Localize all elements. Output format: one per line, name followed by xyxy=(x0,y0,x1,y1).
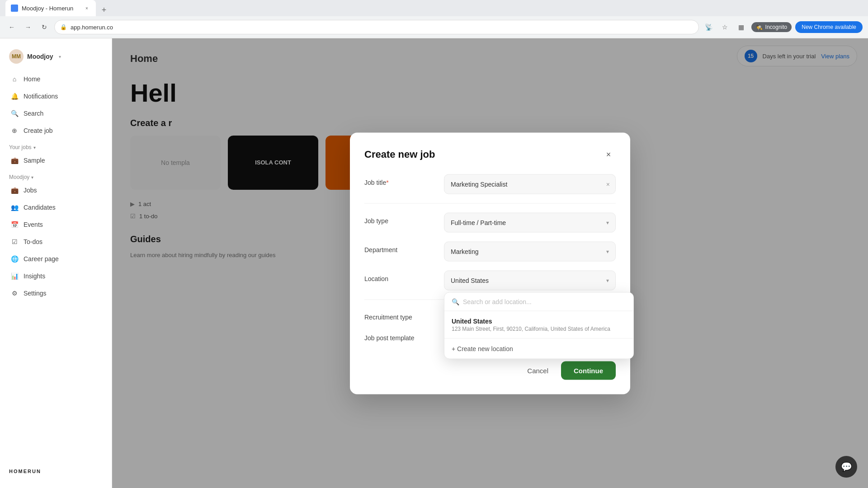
briefcase-icon: 💼 xyxy=(10,186,19,195)
home-icon: ⌂ xyxy=(10,75,19,84)
top-nav: ⌂ Home 🔔 Notifications 🔍 Search ⊕ Create… xyxy=(0,71,112,139)
bell-icon: 🔔 xyxy=(10,92,19,101)
department-value: Marketing xyxy=(451,248,478,255)
sidebar-item-settings[interactable]: ⚙ Settings xyxy=(5,285,106,301)
job-title-row: Job title* × xyxy=(364,174,616,194)
company-header[interactable]: MM Moodjoy ▾ xyxy=(0,46,112,71)
modal-title: Create new job xyxy=(364,149,435,160)
incognito-badge: 🕵 Incognito xyxy=(751,22,792,32)
chrome-available-button[interactable]: New Chrome available xyxy=(795,21,863,33)
chevron-down-icon: ▾ xyxy=(606,249,609,255)
divider-1 xyxy=(364,203,616,204)
search-icon: 🔍 xyxy=(10,109,19,118)
location-option-name: United States xyxy=(452,318,626,325)
job-type-select[interactable]: Full-time / Part-time ▾ xyxy=(444,213,616,233)
modal-footer: Cancel Continue xyxy=(364,361,616,380)
chevron-down-icon: ▾ xyxy=(59,54,61,59)
sidebar-item-career-page-label: Career page xyxy=(24,255,59,263)
calendar-icon: 📅 xyxy=(10,220,19,229)
globe-icon: 🌐 xyxy=(10,254,19,263)
department-select[interactable]: Marketing ▾ xyxy=(444,242,616,262)
sidebar-item-events[interactable]: 📅 Events xyxy=(5,216,106,233)
department-control: Marketing ▾ xyxy=(444,242,616,262)
check-square-icon: ☑ xyxy=(10,237,19,246)
bookmark-button[interactable]: ☆ xyxy=(719,21,731,33)
sidebar-item-jobs[interactable]: 💼 Jobs xyxy=(5,182,106,198)
create-new-location-button[interactable]: + Create new location xyxy=(444,338,633,359)
sidebar-item-sample[interactable]: 💼 Sample xyxy=(5,152,106,169)
location-value: United States xyxy=(451,277,489,284)
sidebar-item-home[interactable]: ⌂ Home xyxy=(5,71,106,87)
sidebar-item-create-job-label: Create job xyxy=(24,127,53,134)
incognito-icon: 🕵 xyxy=(756,24,763,30)
modal-close-button[interactable]: × xyxy=(601,147,616,162)
recruitment-type-label: Recruitment type xyxy=(364,309,437,321)
url-display: app.homerun.co xyxy=(71,24,113,31)
sidebar-item-search[interactable]: 🔍 Search xyxy=(5,105,106,122)
job-title-input[interactable] xyxy=(451,181,609,188)
location-option-address: 123 Main Street, First, 90210, Californi… xyxy=(452,326,626,332)
location-search-input[interactable] xyxy=(463,298,626,305)
sidebar-item-todos[interactable]: ☑ To-dos xyxy=(5,234,106,250)
job-type-value: Full-time / Part-time xyxy=(451,219,506,226)
sidebar-item-events-label: Events xyxy=(24,221,43,228)
plus-circle-icon: ⊕ xyxy=(10,126,19,135)
tab-close-button[interactable]: × xyxy=(83,5,90,12)
create-job-modal: Create new job × Job title* × Job type xyxy=(350,133,630,394)
job-title-input-wrapper: × xyxy=(444,174,616,194)
sidebar-item-notifications[interactable]: 🔔 Notifications xyxy=(5,88,106,104)
main-content: 15 Days left in your trial View plans Ho… xyxy=(112,38,868,488)
chevron-down-icon: ▾ xyxy=(606,220,609,226)
location-search-bar: 🔍 xyxy=(444,293,633,311)
job-title-control: × xyxy=(444,174,616,194)
sidebar-item-home-label: Home xyxy=(24,75,40,83)
chat-bubble-button[interactable]: 💬 xyxy=(835,456,857,478)
location-select[interactable]: United States ▾ xyxy=(444,271,616,291)
tab-favicon xyxy=(11,5,18,12)
cast-button[interactable]: 📡 xyxy=(703,21,715,33)
sidebar-item-sample-label: Sample xyxy=(24,157,45,164)
address-bar[interactable]: 🔒 app.homerun.co xyxy=(54,20,699,34)
continue-button[interactable]: Continue xyxy=(561,361,616,380)
job-type-row: Job type Full-time / Part-time ▾ xyxy=(364,213,616,233)
sidebar-item-todos-label: To-dos xyxy=(24,238,42,245)
back-button[interactable]: ← xyxy=(5,21,18,33)
sidebar-item-settings-label: Settings xyxy=(24,290,47,297)
chevron-down-icon: ▾ xyxy=(33,145,36,150)
bottom-nav: 💼 Jobs 👥 Candidates 📅 Events ☑ To-dos 🌐 … xyxy=(0,182,112,301)
department-label: Department xyxy=(364,242,437,253)
cancel-button[interactable]: Cancel xyxy=(520,362,556,379)
users-icon: 👥 xyxy=(10,203,19,212)
modal-header: Create new job × xyxy=(364,147,616,162)
location-control: United States ▾ 🔍 United States 123 Main… xyxy=(444,271,616,291)
sidebar-item-candidates-label: Candidates xyxy=(24,204,56,211)
reload-button[interactable]: ↻ xyxy=(38,21,51,33)
sidebar-item-career-page[interactable]: 🌐 Career page xyxy=(5,251,106,267)
create-location-label: + Create new location xyxy=(452,345,513,352)
forward-button[interactable]: → xyxy=(22,21,34,33)
moodjoy-section: Moodjoy ▾ xyxy=(0,169,112,182)
avatar: MM xyxy=(9,49,24,64)
sidebar-item-insights-label: Insights xyxy=(24,272,45,280)
location-option-us[interactable]: United States 123 Main Street, First, 90… xyxy=(444,311,633,338)
sidebar-item-create-job[interactable]: ⊕ Create job xyxy=(5,122,106,139)
clear-icon[interactable]: × xyxy=(606,181,610,188)
tab-title: Moodjoy - Homerun xyxy=(22,5,73,12)
company-name: Moodjoy xyxy=(27,53,53,60)
search-icon: 🔍 xyxy=(452,298,459,305)
sidebar-button[interactable]: ▦ xyxy=(735,21,748,33)
incognito-label: Incognito xyxy=(765,24,788,30)
active-tab[interactable]: Moodjoy - Homerun × xyxy=(5,0,96,16)
jobs-subnav: 💼 Sample xyxy=(0,152,112,169)
new-tab-button[interactable]: + xyxy=(98,4,110,16)
sidebar: MM Moodjoy ▾ ⌂ Home 🔔 Notifications 🔍 Se… xyxy=(0,38,112,488)
job-type-control: Full-time / Part-time ▾ xyxy=(444,213,616,233)
chevron-down-icon: ▾ xyxy=(606,277,609,284)
sidebar-item-insights[interactable]: 📊 Insights xyxy=(5,268,106,284)
briefcase-icon: 💼 xyxy=(10,156,19,165)
location-row: Location United States ▾ 🔍 United States xyxy=(364,271,616,291)
sidebar-item-notifications-label: Notifications xyxy=(24,93,58,100)
location-label: Location xyxy=(364,271,437,282)
sidebar-item-candidates[interactable]: 👥 Candidates xyxy=(5,199,106,216)
department-row: Department Marketing ▾ xyxy=(364,242,616,262)
